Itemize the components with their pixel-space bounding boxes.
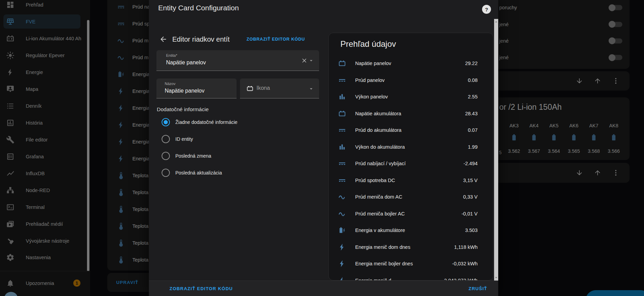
preview-entity-value: 1.99 (468, 144, 478, 150)
radio-option-label: Žiadne dodatočné informácie (175, 119, 238, 125)
screen: PrehľadFVELi-ion Akumulátor 440 AhRegulá… (0, 0, 644, 296)
chevron-up-icon[interactable] (494, 20, 498, 24)
preview-entity-label: Energia menič dom dnes (355, 244, 454, 250)
preview-entity-row[interactable]: Napätie panelov29.22 (329, 55, 493, 72)
back-arrow-icon[interactable] (159, 35, 167, 43)
radio-option-id-entity[interactable]: ID entity (157, 130, 315, 147)
preview-entity-label: Energia v akumulátore (355, 228, 465, 233)
chart-bar-icon (338, 143, 346, 151)
battery-box-icon (338, 109, 346, 118)
radio-button[interactable] (162, 169, 170, 177)
preview-entity-row[interactable]: Prúd meniča bojler AC-0,01 V (329, 205, 493, 222)
preview-entity-rows: Napätie panelov29.22Prúd panelov0.08Výko… (329, 55, 493, 281)
preview-entity-value: -0,032 kWh (452, 261, 478, 266)
preview-entity-row[interactable]: Prúd nabíjací / vybíjací-2.494 (329, 155, 493, 172)
icon-field[interactable]: Ikona (240, 78, 319, 98)
preview-entity-label: Prúd panelov (355, 77, 468, 83)
battery-charging-icon (338, 226, 346, 234)
preview-entity-label: Energia menič d (355, 278, 444, 281)
preview-entity-row[interactable]: Energia menič bojler dnes-0,032 kWh (329, 255, 493, 272)
preview-entity-label: Výkon do akumulátora (355, 144, 468, 150)
current-ac-icon (338, 210, 346, 218)
preview-entity-value: 29.22 (465, 61, 478, 66)
flash-icon (338, 243, 346, 251)
battery-icon (246, 85, 254, 92)
preview-entity-row[interactable]: Energia v akumulátore3.503 (329, 222, 493, 239)
entity-field[interactable]: Entita* Napätie panelov (156, 50, 319, 71)
preview-entity-row[interactable]: Prúd spotreba DC3,15 V (329, 172, 493, 189)
preview-entity-row[interactable]: Výkon do akumulátora1.99 (329, 139, 493, 156)
preview-entity-label: Prúd meniča bojler AC (355, 211, 461, 216)
preview-entity-row[interactable]: Prúd do akumulátora0.07 (329, 122, 493, 139)
preview-entity-value: 0,33 V (463, 194, 478, 200)
preview-entity-label: Výkon panelov (355, 94, 468, 99)
name-field-label: Názov (165, 82, 175, 86)
preview-entity-value: 3,15 V (463, 178, 478, 183)
radio-option-label: Posledná aktualizácia (175, 170, 222, 176)
editor-title: Editor riadkov entít (172, 35, 230, 43)
clear-icon[interactable] (301, 57, 308, 64)
entity-row-editor-header: Editor riadkov entít (159, 34, 230, 44)
preview-entity-value: 3.503 (465, 228, 478, 233)
name-field[interactable]: Názov Napätie panelov (156, 78, 237, 98)
secondary-info-options: Žiadne dodatočné informácieID entityPosl… (157, 114, 315, 181)
preview-entity-value: 0.07 (468, 127, 478, 133)
preview-entity-value: 28.43 (465, 111, 478, 116)
chevron-down-icon[interactable] (494, 275, 498, 279)
preview-card-title: Prehľad údajov (340, 39, 396, 49)
preview-entity-value: 2.55 (468, 94, 478, 99)
entity-field-value: Napätie panelov (166, 60, 206, 66)
radio-option-ziadne-dodatocne-informacie[interactable]: Žiadne dodatočné informácie (157, 114, 315, 130)
preview-entity-row[interactable]: Prúd meniča dom AC0,33 V (329, 189, 493, 205)
flash-icon (338, 276, 346, 281)
help-icon[interactable]: ? (482, 5, 491, 14)
current-dc-icon (338, 176, 346, 184)
preview-entity-label: Napätie akumulátora (355, 111, 465, 116)
preview-entity-row[interactable]: Energia menič dom dnes1,118 kWh (329, 239, 493, 256)
dialog-action-bar: ZOBRAZIŤ EDITOR KÓDU ZRUŠIŤ (149, 281, 498, 296)
battery-box-icon (338, 59, 346, 67)
preview-entity-value: -2.494 (463, 161, 478, 166)
flash-icon (338, 260, 346, 268)
preview-entity-label: Energia menič bojler dnes (355, 261, 452, 266)
preview-entity-value: 2.043.073 kWh (444, 278, 478, 281)
preview-entity-label: Prúd do akumulátora (355, 127, 468, 133)
entity-card-configuration-dialog: Entity Card Configuration ? Editor riadk… (149, 0, 498, 296)
preview-entity-value: 1,118 kWh (454, 244, 478, 250)
radio-option-posledna-zmena[interactable]: Posledná zmena (157, 147, 315, 164)
preview-entity-label: Prúd spotreba DC (355, 178, 463, 183)
preview-entity-row[interactable]: Napätie akumulátora28.43 (329, 105, 493, 122)
cancel-button[interactable]: ZRUŠIŤ (469, 286, 487, 291)
radio-button[interactable] (162, 152, 170, 160)
preview-card: Prehľad údajov Napätie panelov29.22Prúd … (328, 33, 493, 281)
current-dc-icon (338, 126, 346, 134)
chart-bar-icon (338, 93, 346, 101)
current-dc-icon (338, 76, 346, 84)
preview-entity-row[interactable]: Výkon panelov2.55 (329, 88, 493, 105)
show-code-editor-button[interactable]: ZOBRAZIŤ EDITOR KÓDU (170, 286, 233, 291)
preview-entity-value: 0.08 (468, 77, 478, 83)
entity-field-label: Entita* (166, 53, 177, 57)
preview-entity-row[interactable]: Prúd panelov0.08 (329, 72, 493, 89)
secondary-info-heading: Dodatočné informácie (157, 106, 209, 113)
radio-button[interactable] (162, 118, 170, 126)
dialog-scrollbar[interactable] (494, 19, 498, 281)
chevron-down-icon[interactable] (308, 57, 314, 64)
show-code-editor-link[interactable]: ZOBRAZIŤ EDITOR KÓDU (247, 37, 305, 42)
radio-button[interactable] (162, 135, 170, 143)
preview-entity-row[interactable]: Energia menič d2.043.073 kWh (329, 272, 493, 281)
radio-option-label: Posledná zmena (175, 153, 211, 159)
preview-entity-label: Prúd meniča dom AC (355, 194, 463, 200)
current-dc-icon (338, 159, 346, 168)
icon-field-placeholder: Ikona (256, 85, 270, 91)
preview-entity-label: Napätie panelov (355, 61, 465, 66)
radio-option-posledna-aktualizacia[interactable]: Posledná aktualizácia (157, 164, 315, 181)
preview-entity-value: -0,01 V (461, 211, 478, 216)
preview-entity-label: Prúd nabíjací / vybíjací (355, 161, 463, 166)
name-field-value: Napätie panelov (165, 88, 205, 94)
chevron-down-icon[interactable] (308, 86, 314, 92)
radio-option-label: ID entity (175, 136, 193, 142)
dialog-title: Entity Card Configuration (158, 4, 239, 12)
current-ac-icon (338, 193, 346, 201)
